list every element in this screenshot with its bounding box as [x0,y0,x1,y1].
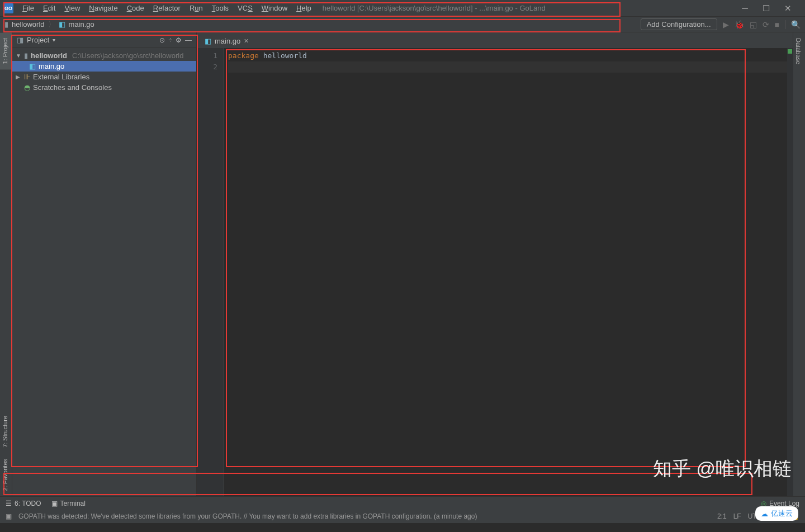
minimize-icon[interactable]: ─ [742,3,748,13]
breadcrumb: ▮ helloworld 〉 ◧ main.go [4,20,94,30]
chevron-down-icon[interactable]: ▾ [53,37,55,43]
go-file-icon: ◧ [59,20,65,28]
navigation-bar: ▮ helloworld 〉 ◧ main.go Add Configurati… [0,17,805,32]
tree-root-path: C:\Users\jackson\go\src\helloworld [72,51,183,60]
project-tool-window: ◨ Project ▾ ⊙ ÷ ⚙ — ▼ ▮ helloworld C:\Us… [12,32,197,496]
tree-file-label: main.go [39,62,64,70]
error-stripe [787,48,793,496]
breadcrumb-project[interactable]: helloworld [12,20,45,28]
main-area: 1: Project 7: Structure 2: Favorites ◨ P… [0,32,805,496]
run-icon[interactable]: ▶ [723,20,729,29]
go-file-icon: ◧ [29,62,36,70]
right-tool-rail: Database [793,32,805,496]
menu-tools[interactable]: Tools [207,2,233,15]
editor-tab-label: main.go [215,37,240,45]
rail-learn[interactable] [0,69,12,87]
status-indent[interactable]: Tab [774,512,784,520]
code-identifier: helloworld [263,51,307,60]
scratch-icon: ◓ [24,83,30,92]
menu-bar: GO File Edit View Navigate Code Refactor… [0,0,805,17]
tree-root-label: helloworld [31,51,67,60]
event-log-icon: ◎ [761,500,766,507]
menu-edit[interactable]: Edit [39,2,60,15]
status-collapse-icon[interactable]: ▣ [6,512,12,520]
code-keyword: package [228,51,259,60]
todo-label: 6: TODO [15,500,41,507]
locate-icon[interactable]: ⊙ [159,36,165,44]
go-file-icon: ◧ [205,37,211,45]
left-tool-rail: 1: Project 7: Structure 2: Favorites [0,32,12,496]
gear-icon[interactable]: ⚙ [176,36,182,44]
rail-database[interactable]: Database [793,32,803,70]
status-cursor-pos[interactable]: 2:1 [717,512,727,520]
code-editor[interactable]: package helloworld [224,48,793,496]
app-logo-icon: GO [3,3,13,13]
library-icon: ⊪ [24,73,30,81]
menu-view[interactable]: View [60,2,84,15]
status-encoding[interactable]: UTF-8 [748,512,767,520]
editor-tab-main[interactable]: ◧ main.go ✕ [200,34,253,48]
terminal-label: Terminal [60,500,86,507]
folder-icon: ▮ [24,51,28,60]
editor-body[interactable]: 1 2 package helloworld [197,48,793,496]
status-lock-icon[interactable]: 🔓 [791,512,799,520]
status-bar: ▣ GOPATH was detected: We've detected so… [0,510,805,523]
close-icon[interactable]: ✕ [784,3,792,13]
search-icon[interactable]: 🔍 [791,20,801,29]
menu-window[interactable]: Window [257,2,292,15]
coverage-icon[interactable]: ◱ [750,20,757,29]
event-log-label: Event Log [769,500,799,507]
chevron-right-icon: ▶ [16,74,21,80]
chevron-down-icon: ▼ [16,53,21,59]
tree-file-main[interactable]: ◧ main.go [12,61,196,72]
hide-icon[interactable]: — [185,36,192,44]
close-tab-icon[interactable]: ✕ [244,37,249,45]
breadcrumb-file[interactable]: main.go [69,20,94,28]
debug-icon[interactable]: 🐞 [735,20,744,29]
tree-external-libraries[interactable]: ▶ ⊪ External Libraries [12,72,196,82]
status-line-sep[interactable]: LF [733,512,741,520]
menu-navigate[interactable]: Navigate [84,2,122,15]
window-controls: ─ ☐ ✕ [742,3,802,13]
menu-vcs[interactable]: VCS [233,2,257,15]
project-tree: ▼ ▮ helloworld C:\Users\jackson\go\src\h… [12,48,196,95]
window-title: helloworld [C:\Users\jackson\go\src\hell… [323,4,742,12]
profile-icon[interactable]: ⟳ [763,20,769,29]
collapse-icon[interactable]: ÷ [168,36,172,44]
bottom-event-log[interactable]: ◎ Event Log [761,500,799,507]
bottom-todo[interactable]: ☰ 6: TODO [6,500,41,507]
add-configuration-button[interactable]: Add Configuration... [641,18,717,30]
menu-run[interactable]: Run [185,2,207,15]
project-panel-header: ◨ Project ▾ ⊙ ÷ ⚙ — [12,32,196,48]
menu-help[interactable]: Help [292,2,316,15]
line-number: 2 [197,61,217,73]
project-panel-title[interactable]: Project [27,36,49,44]
editor-tabs: ◧ main.go ✕ [197,32,793,48]
editor-area: ◧ main.go ✕ 1 2 package helloworld [197,32,793,496]
line-gutter: 1 2 [197,48,224,496]
todo-icon: ☰ [6,500,12,507]
rail-favorites[interactable]: 2: Favorites [0,453,12,496]
line-number: 1 [197,50,217,61]
tree-root[interactable]: ▼ ▮ helloworld C:\Users\jackson\go\src\h… [12,50,196,61]
chevron-right-icon: 〉 [48,20,55,30]
status-message: GOPATH was detected: We've detected some… [18,512,711,520]
menu-refactor[interactable]: Refactor [149,2,185,15]
maximize-icon[interactable]: ☐ [763,3,770,13]
stop-icon[interactable]: ■ [775,20,779,29]
tree-scratch-label: Scratches and Consoles [33,83,112,92]
rail-project[interactable]: 1: Project [0,32,12,69]
rail-structure[interactable]: 7: Structure [0,410,12,453]
menu-code[interactable]: Code [122,2,149,15]
bottom-tool-bar: ☰ 6: TODO ▣ Terminal ◎ Event Log [0,496,805,510]
analysis-ok-icon[interactable] [788,49,792,54]
terminal-icon: ▣ [51,500,58,507]
tree-scratches[interactable]: ◓ Scratches and Consoles [12,82,196,93]
tree-extlib-label: External Libraries [33,73,89,81]
folder-icon: ▮ [4,20,8,28]
menu-file[interactable]: File [18,2,39,15]
project-view-icon: ◨ [17,36,23,44]
bottom-terminal[interactable]: ▣ Terminal [51,500,86,507]
